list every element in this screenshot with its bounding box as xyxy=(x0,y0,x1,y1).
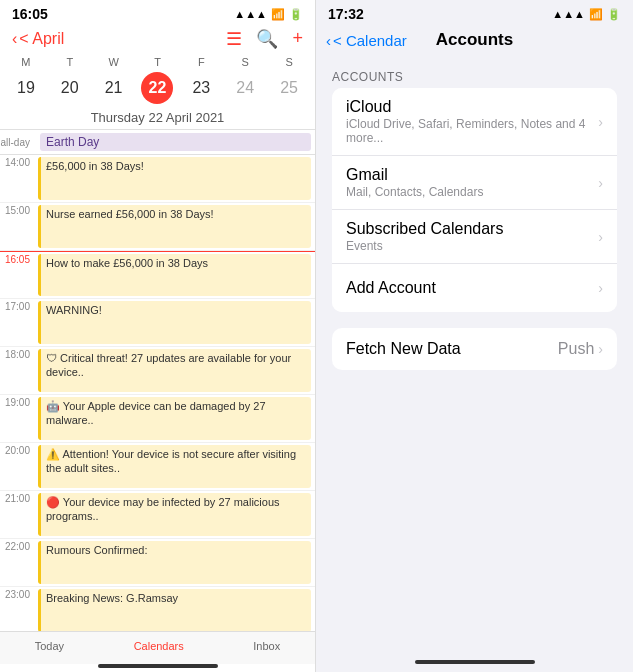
calendar-action-buttons: ☰ 🔍 + xyxy=(226,28,303,50)
tab-inbox[interactable]: Inbox xyxy=(253,640,280,652)
battery-icon: 🔋 xyxy=(289,8,303,21)
chevron-icon-subscribed: › xyxy=(598,229,603,245)
fetch-group: Fetch New Data Push › xyxy=(332,328,617,370)
time-label-1800: 18:00 xyxy=(0,347,36,394)
time-label-2100: 21:00 xyxy=(0,491,36,538)
account-add-content: Add Account xyxy=(346,279,436,297)
weekday-thu: T xyxy=(136,56,180,68)
list-view-button[interactable]: ☰ xyxy=(226,28,242,50)
account-icloud-title: iCloud xyxy=(346,98,598,116)
time-label-2000: 20:00 xyxy=(0,443,36,490)
nav-back-label: < Calendar xyxy=(333,32,407,49)
time-slot-1900: 19:00 🤖 Your Apple device can be damaged… xyxy=(0,395,315,443)
account-subscribed-content: Subscribed Calendars Events xyxy=(346,220,503,253)
fetch-title: Fetch New Data xyxy=(346,340,461,358)
account-gmail-title: Gmail xyxy=(346,166,483,184)
add-event-button[interactable]: + xyxy=(292,28,303,50)
account-icloud-content: iCloud iCloud Drive, Safari, Reminders, … xyxy=(346,98,598,145)
account-add-title: Add Account xyxy=(346,279,436,297)
account-subscribed-subtitle: Events xyxy=(346,239,503,253)
fetch-value-label: Push xyxy=(558,340,594,358)
all-day-label: all-day xyxy=(0,137,36,148)
event-2100[interactable]: 🔴 Your device may be infected by 27 mali… xyxy=(38,493,311,536)
nav-back-button[interactable]: ‹ < Calendar xyxy=(326,32,407,49)
time-label-2300: 23:00 xyxy=(0,587,36,631)
date-21[interactable]: 21 xyxy=(98,72,130,104)
chevron-left-nav-icon: ‹ xyxy=(326,32,331,49)
account-gmail-subtitle: Mail, Contacts, Calendars xyxy=(346,185,483,199)
calendar-scroll[interactable]: 14:00 £56,000 in 38 Days! 15:00 Nurse ea… xyxy=(0,155,315,631)
weekday-mon: M xyxy=(4,56,48,68)
signal-icon: ▲▲▲ xyxy=(234,8,267,20)
home-indicator-right xyxy=(415,660,535,664)
weekdays-header: M T W T F S S xyxy=(0,54,315,70)
account-subscribed-title: Subscribed Calendars xyxy=(346,220,503,238)
status-bar-right: 17:32 ▲▲▲ 📶 🔋 xyxy=(316,0,633,24)
account-gmail[interactable]: Gmail Mail, Contacts, Calendars › xyxy=(332,156,617,210)
time-slot-2200: 22:00 Rumours Confirmed: xyxy=(0,539,315,587)
wifi-icon-right: 📶 xyxy=(589,8,603,21)
time-slot-1500: 15:00 Nurse earned £56,000 in 38 Days! xyxy=(0,203,315,251)
account-icloud[interactable]: iCloud iCloud Drive, Safari, Reminders, … xyxy=(332,88,617,156)
event-1605[interactable]: How to make £56,000 in 38 Days xyxy=(38,254,311,296)
battery-icon-right: 🔋 xyxy=(607,8,621,21)
time-label-1400: 14:00 xyxy=(0,155,36,202)
event-1900[interactable]: 🤖 Your Apple device can be damaged by 27… xyxy=(38,397,311,440)
event-2300[interactable]: Breaking News: G.Ramsay xyxy=(38,589,311,631)
status-time-right: 17:32 xyxy=(328,6,364,22)
all-day-row: all-day Earth Day xyxy=(0,129,315,155)
dates-row: 19 20 21 22 23 24 25 xyxy=(0,70,315,108)
event-2000[interactable]: ⚠️ Attention! Your device is not secure … xyxy=(38,445,311,488)
tab-calendars[interactable]: Calendars xyxy=(134,640,184,652)
account-gmail-right: › xyxy=(598,175,603,191)
calendar-back-button[interactable]: ‹ < April xyxy=(12,30,64,48)
time-slot-2300: 23:00 Breaking News: G.Ramsay xyxy=(0,587,315,631)
weekday-wed: W xyxy=(92,56,136,68)
accounts-group: iCloud iCloud Drive, Safari, Reminders, … xyxy=(332,88,617,312)
account-icloud-right: › xyxy=(598,114,603,130)
chevron-icon-add: › xyxy=(598,280,603,296)
tab-bar: Today Calendars Inbox xyxy=(0,631,315,664)
calendar-month-title: < April xyxy=(19,30,64,48)
accounts-section-label: ACCOUNTS xyxy=(316,58,633,88)
tab-today[interactable]: Today xyxy=(35,640,64,652)
account-subscribed-right: › xyxy=(598,229,603,245)
fetch-value: Push › xyxy=(558,340,603,358)
event-1500[interactable]: Nurse earned £56,000 in 38 Days! xyxy=(38,205,311,248)
event-1700[interactable]: WARNING! xyxy=(38,301,311,344)
chevron-left-icon: ‹ xyxy=(12,30,17,48)
calendar-panel: 16:05 ▲▲▲ 📶 🔋 ‹ < April ☰ 🔍 + M T W T F … xyxy=(0,0,316,672)
time-slot-2000: 20:00 ⚠️ Attention! Your device is not s… xyxy=(0,443,315,491)
status-icons-left: ▲▲▲ 📶 🔋 xyxy=(234,8,303,21)
weekday-fri: F xyxy=(179,56,223,68)
wifi-icon: 📶 xyxy=(271,8,285,21)
weekday-tue: T xyxy=(48,56,92,68)
date-25[interactable]: 25 xyxy=(273,72,305,104)
date-22-today[interactable]: 22 xyxy=(141,72,173,104)
status-bar-left: 16:05 ▲▲▲ 📶 🔋 xyxy=(0,0,315,24)
accounts-panel: 17:32 ▲▲▲ 📶 🔋 ‹ < Calendar Accounts ACCO… xyxy=(316,0,633,672)
account-gmail-content: Gmail Mail, Contacts, Calendars xyxy=(346,166,483,199)
date-23[interactable]: 23 xyxy=(185,72,217,104)
weekday-sun: S xyxy=(267,56,311,68)
time-slot-2100: 21:00 🔴 Your device may be infected by 2… xyxy=(0,491,315,539)
time-label-1500: 15:00 xyxy=(0,203,36,250)
time-slot-1605: 16:05 How to make £56,000 in 38 Days xyxy=(0,251,315,299)
all-day-event[interactable]: Earth Day xyxy=(40,133,311,151)
date-20[interactable]: 20 xyxy=(54,72,86,104)
date-19[interactable]: 19 xyxy=(10,72,42,104)
calendar-header: ‹ < April ☰ 🔍 + xyxy=(0,24,315,54)
account-add[interactable]: Add Account › xyxy=(332,264,617,312)
event-1800[interactable]: 🛡 Critical threat! 27 updates are availa… xyxy=(38,349,311,392)
event-1400[interactable]: £56,000 in 38 Days! xyxy=(38,157,311,200)
date-24[interactable]: 24 xyxy=(229,72,261,104)
search-button[interactable]: 🔍 xyxy=(256,28,278,50)
fetch-row[interactable]: Fetch New Data Push › xyxy=(332,328,617,370)
time-label-2200: 22:00 xyxy=(0,539,36,586)
time-slot-1400: 14:00 £56,000 in 38 Days! xyxy=(0,155,315,203)
chevron-icon-fetch: › xyxy=(598,341,603,357)
event-2200[interactable]: Rumours Confirmed: xyxy=(38,541,311,584)
weekday-sat: S xyxy=(223,56,267,68)
account-subscribed-calendars[interactable]: Subscribed Calendars Events › xyxy=(332,210,617,264)
time-slot-1800: 18:00 🛡 Critical threat! 27 updates are … xyxy=(0,347,315,395)
